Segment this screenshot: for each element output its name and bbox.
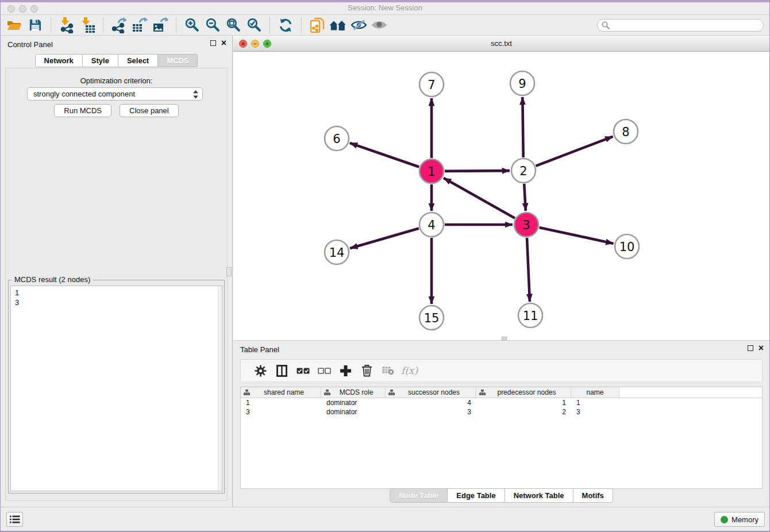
select-all-columns-button[interactable] xyxy=(292,368,314,374)
graph-edge-3-10[interactable] xyxy=(539,228,613,244)
graph-node-label: 9 xyxy=(518,77,526,91)
network-graph[interactable]: 7968124314101511 xyxy=(233,52,769,340)
export-image-button[interactable] xyxy=(150,17,171,34)
table-body: 1dominator4113dominator323 xyxy=(241,398,762,417)
graph-edge-2-3[interactable] xyxy=(524,184,526,211)
main-toolbar xyxy=(1,15,769,36)
mcds-result-box[interactable]: 13 xyxy=(10,286,222,491)
graph-edge-1-2[interactable] xyxy=(445,171,510,171)
result-scrollbar[interactable] xyxy=(218,286,222,491)
control-tab-network[interactable]: Network xyxy=(35,54,83,67)
network-window-titlebar[interactable]: × − + scc.txt xyxy=(233,36,769,52)
home-view-button[interactable] xyxy=(328,17,348,34)
graph-edge-3-1[interactable] xyxy=(444,178,515,218)
control-panel-title: Control Panel xyxy=(7,40,53,49)
column-header-label: shared name xyxy=(250,388,318,396)
float-panel-icon[interactable] xyxy=(210,40,216,46)
zoom-out-button[interactable] xyxy=(202,17,223,34)
run-mcds-button[interactable]: Run MCDS xyxy=(54,104,111,117)
column-header-name[interactable]: name xyxy=(571,387,619,398)
memory-status-icon xyxy=(721,516,728,523)
table-settings-button[interactable] xyxy=(250,365,271,377)
add-column-button[interactable] xyxy=(335,365,356,377)
export-network-button[interactable] xyxy=(109,17,129,34)
table-cell: 3 xyxy=(241,408,321,416)
mcds-tab-content: Optimization criterion: strongly connect… xyxy=(5,68,228,501)
control-tab-select[interactable]: Select xyxy=(118,54,158,67)
toolbar-separator xyxy=(51,18,51,33)
zoom-fit-button[interactable] xyxy=(223,17,244,34)
refresh-layout-button[interactable] xyxy=(275,17,296,34)
delete-table-icon xyxy=(382,366,394,375)
delete-column-button[interactable] xyxy=(356,364,378,377)
table-cell: 1 xyxy=(476,399,571,407)
table-tab-node-table[interactable]: Node Table xyxy=(390,488,448,503)
graph-edge-4-14[interactable] xyxy=(350,228,419,248)
memory-button[interactable]: Memory xyxy=(714,512,765,527)
hide-graphics-button[interactable] xyxy=(348,17,369,34)
column-header-successor-nodes[interactable]: successor nodes xyxy=(386,387,476,398)
table-tab-edge-table[interactable]: Edge Table xyxy=(448,488,505,503)
hierarchy-icon xyxy=(324,390,330,395)
float-table-panel-icon[interactable] xyxy=(748,345,753,351)
table-header-row: shared nameMCDS rolesuccessor nodesprede… xyxy=(241,387,762,398)
column-header-shared-name[interactable]: shared name xyxy=(241,387,321,398)
table-cell: 1 xyxy=(241,399,321,407)
network-canvas[interactable]: 7968124314101511 xyxy=(233,52,769,340)
table-row[interactable]: 1dominator411 xyxy=(241,398,762,407)
graph-edge-1-6[interactable] xyxy=(350,143,419,167)
close-table-panel-icon[interactable]: × xyxy=(759,345,764,351)
main-region: Control Panel × NetworkStyleSelectMCDS O… xyxy=(1,36,769,507)
mcds-result-line: 1 xyxy=(15,288,218,298)
deselect-all-columns-button[interactable] xyxy=(314,368,335,374)
function-builder-button-disabled[interactable]: f(x) xyxy=(399,365,420,376)
control-panel-tabs: NetworkStyleSelectMCDS xyxy=(1,54,232,67)
close-panel-icon[interactable]: × xyxy=(221,40,226,46)
column-browser-button[interactable] xyxy=(271,365,292,377)
save-session-button[interactable] xyxy=(25,17,45,34)
open-session-button[interactable] xyxy=(4,17,25,34)
table-toolbar: f(x) xyxy=(240,359,763,382)
optimization-select[interactable]: strongly connected component xyxy=(27,87,203,101)
delete-table-button-disabled[interactable] xyxy=(378,366,399,375)
table-tab-motifs[interactable]: Motifs xyxy=(573,488,613,503)
vertical-splitter-handle[interactable] xyxy=(226,267,232,276)
home-icon xyxy=(329,19,347,32)
toolbar-separator xyxy=(103,18,103,33)
optimization-select-value: strongly connected component xyxy=(33,90,135,98)
duplicate-network-button[interactable] xyxy=(307,17,328,34)
graph-node-label: 10 xyxy=(619,240,635,254)
network-window-title: scc.txt xyxy=(233,39,769,48)
plus-icon xyxy=(340,365,352,377)
export-table-icon xyxy=(132,17,148,33)
table-tab-network-table[interactable]: Network Table xyxy=(505,488,573,503)
toolbar-separator xyxy=(270,18,270,33)
fx-icon: f(x) xyxy=(401,365,418,376)
hierarchy-icon xyxy=(388,390,395,395)
graph-edge-2-8[interactable] xyxy=(536,137,613,166)
control-tab-style[interactable]: Style xyxy=(83,54,118,67)
column-header-predecessor-nodes[interactable]: predecessor nodes xyxy=(476,387,571,398)
zoom-in-button[interactable] xyxy=(182,17,202,34)
checked-boxes-icon xyxy=(297,368,310,374)
zoom-selected-button[interactable] xyxy=(244,17,264,34)
search-input[interactable] xyxy=(597,19,764,32)
import-table-icon xyxy=(79,17,95,33)
gear-icon xyxy=(255,365,267,377)
graph-edge-3-11[interactable] xyxy=(527,238,530,302)
column-header-MCDS-role[interactable]: MCDS role xyxy=(321,387,386,398)
task-history-button[interactable] xyxy=(6,512,23,527)
close-panel-button[interactable]: Close panel xyxy=(120,104,179,117)
graph-edge-2-9[interactable] xyxy=(522,97,523,157)
hierarchy-icon xyxy=(479,390,486,395)
table-row[interactable]: 3dominator323 xyxy=(241,407,762,417)
import-table-button[interactable] xyxy=(77,17,98,34)
graph-node-label: 11 xyxy=(523,309,538,323)
export-table-button[interactable] xyxy=(129,17,150,34)
network-view-window: × − + scc.txt 7968124314101511 xyxy=(233,36,769,340)
app-titlebar: Session: New Session xyxy=(1,0,769,15)
table-cell: 1 xyxy=(571,399,619,407)
show-graphics-button[interactable] xyxy=(369,17,390,34)
control-tab-mcds[interactable]: MCDS xyxy=(158,54,198,67)
import-network-button[interactable] xyxy=(56,17,77,34)
